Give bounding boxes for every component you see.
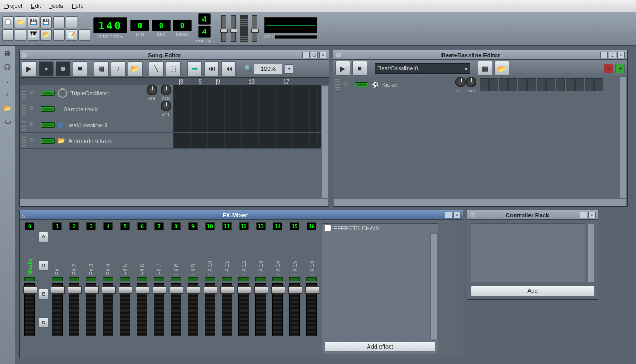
sidebar-instruments-icon[interactable]: ▦ bbox=[2, 48, 13, 58]
selection-mode-button[interactable]: ⬚ bbox=[166, 61, 181, 76]
fx-led[interactable] bbox=[86, 277, 96, 281]
master-pitch-slider[interactable] bbox=[231, 15, 236, 42]
fx-fader[interactable] bbox=[86, 283, 96, 336]
bb-step[interactable] bbox=[499, 78, 508, 91]
fx-led[interactable] bbox=[137, 277, 147, 281]
track-area[interactable] bbox=[173, 101, 321, 117]
close-button[interactable]: × bbox=[453, 212, 461, 218]
track-name[interactable]: Automation track bbox=[68, 138, 112, 144]
fx-fader[interactable] bbox=[24, 283, 35, 336]
fx-channel[interactable]: 5FX 5 bbox=[117, 222, 133, 356]
track-name[interactable]: Beat/Bassline 0 bbox=[66, 122, 107, 128]
fx-led[interactable] bbox=[120, 277, 130, 281]
track-name[interactable]: Sample track bbox=[64, 106, 98, 112]
fx-channel[interactable]: 14FX 14 bbox=[270, 222, 286, 356]
fx-fader[interactable] bbox=[52, 283, 63, 336]
save-as-button[interactable]: 💾 bbox=[40, 16, 52, 28]
grip-icon[interactable] bbox=[22, 104, 26, 114]
kicker-icon[interactable]: ⚽ bbox=[372, 82, 379, 88]
grip-icon[interactable] bbox=[335, 79, 340, 90]
gear-icon[interactable]: ⚙ bbox=[29, 137, 38, 145]
fx-led[interactable] bbox=[306, 277, 317, 281]
record-accompany-button[interactable]: ⏺ bbox=[56, 61, 70, 76]
automation-editor-button[interactable]: 📂 bbox=[40, 29, 52, 41]
mute-led[interactable] bbox=[355, 82, 368, 87]
zoom-level[interactable]: 100% bbox=[254, 64, 282, 74]
pan-knob[interactable] bbox=[161, 85, 171, 95]
grip-icon[interactable] bbox=[22, 120, 26, 130]
fx-mixer-titlebar[interactable]: ⎌ FX-Mixer _ × bbox=[20, 210, 463, 220]
add-automation-button[interactable]: 📂 bbox=[128, 61, 143, 76]
bb-step[interactable] bbox=[489, 78, 498, 91]
scrollbar-v[interactable] bbox=[321, 85, 329, 199]
send-d-button[interactable]: D bbox=[39, 317, 48, 328]
song-editor-button[interactable]: ▤ bbox=[15, 29, 26, 41]
minimize-button[interactable]: _ bbox=[580, 212, 587, 218]
record-button[interactable]: ● bbox=[39, 61, 54, 76]
fx-fader[interactable] bbox=[188, 283, 198, 336]
scrollbar-v[interactable] bbox=[430, 233, 438, 339]
fx-channel[interactable]: 10FX 10 bbox=[202, 222, 218, 356]
fx-led[interactable] bbox=[154, 277, 164, 281]
bb-step[interactable] bbox=[556, 78, 565, 91]
menu-tools[interactable]: Tools bbox=[49, 3, 63, 9]
bb-step[interactable] bbox=[527, 78, 536, 91]
vol-knob[interactable] bbox=[455, 77, 466, 87]
menu-edit[interactable]: Edit bbox=[31, 3, 41, 9]
menu-help[interactable]: Help bbox=[72, 3, 84, 9]
vol-knob[interactable] bbox=[147, 85, 157, 95]
minimize-button[interactable]: _ bbox=[302, 52, 310, 58]
close-button[interactable]: × bbox=[617, 52, 625, 58]
open-button[interactable]: 📁 bbox=[15, 16, 26, 28]
add-controller-button[interactable]: Add bbox=[471, 286, 595, 296]
mute-led[interactable] bbox=[41, 106, 55, 112]
close-button[interactable]: × bbox=[319, 52, 326, 58]
bb-step[interactable] bbox=[575, 78, 584, 91]
controller-rack-titlebar[interactable]: ⚙ Controller Rack _ × bbox=[467, 210, 598, 220]
add-bb-track-button[interactable]: ▦ bbox=[94, 61, 109, 76]
close-button[interactable]: × bbox=[588, 212, 596, 218]
bb-editor-titlebar[interactable]: ▦ Beat+Bassline Editor _ ▢ × bbox=[333, 50, 627, 60]
fx-led[interactable] bbox=[272, 277, 283, 281]
grip-icon[interactable] bbox=[22, 136, 26, 146]
maximize-button[interactable]: ▢ bbox=[311, 52, 318, 58]
sidebar-samples-icon[interactable]: 🎧 bbox=[2, 61, 13, 72]
fx-fader[interactable] bbox=[103, 283, 113, 336]
add-step-button[interactable]: + bbox=[615, 64, 625, 73]
bb-step[interactable] bbox=[480, 78, 489, 91]
track-area[interactable] bbox=[173, 85, 321, 101]
fx-fader[interactable] bbox=[120, 283, 130, 336]
fx-led[interactable] bbox=[103, 277, 113, 281]
fx-fader[interactable] bbox=[289, 283, 300, 336]
bb-editor-button[interactable]: ▦ bbox=[2, 29, 14, 41]
effects-enable-checkbox[interactable] bbox=[324, 225, 331, 232]
save-button[interactable]: 💾 bbox=[28, 16, 39, 28]
bb-step[interactable] bbox=[537, 78, 546, 91]
remove-step-button[interactable]: − bbox=[604, 64, 613, 73]
timeline-ruler[interactable]: |3 |5 |9 |13 |17 bbox=[20, 78, 329, 85]
gear-icon[interactable]: ⚙ bbox=[29, 105, 38, 113]
mute-led[interactable] bbox=[41, 122, 55, 128]
fx-fader[interactable] bbox=[137, 283, 147, 336]
fx-led[interactable] bbox=[238, 277, 249, 281]
fx-channel[interactable]: 6FX 6 bbox=[134, 222, 150, 356]
skip-end-button[interactable]: ⏭ bbox=[204, 61, 219, 76]
fx-channel[interactable]: 8FX 8 bbox=[168, 222, 184, 356]
sidebar-favorites-icon[interactable]: ☆ bbox=[2, 89, 13, 100]
tempo-display[interactable]: 140 bbox=[93, 17, 127, 33]
export-button[interactable]: ⬇ bbox=[53, 16, 65, 28]
gear-icon[interactable]: ⚙ bbox=[29, 121, 38, 129]
fx-led[interactable] bbox=[255, 277, 266, 281]
fx-led[interactable] bbox=[222, 277, 232, 281]
fx-led[interactable] bbox=[52, 277, 63, 281]
forward-button[interactable]: ➡ bbox=[187, 61, 202, 76]
fx-channel[interactable]: 7FX 7 bbox=[151, 222, 167, 356]
mute-led[interactable] bbox=[41, 138, 55, 144]
pan-slider[interactable] bbox=[252, 15, 257, 42]
timesig-den[interactable]: 4 bbox=[198, 26, 211, 38]
track-area[interactable] bbox=[173, 117, 321, 132]
track-name[interactable]: Kicker bbox=[382, 82, 399, 88]
song-editor-titlebar[interactable]: ▦ Song-Editor _ ▢ × bbox=[20, 50, 329, 60]
fx-channel[interactable]: 3FX 3 bbox=[83, 222, 99, 356]
bb-step[interactable] bbox=[585, 78, 594, 91]
